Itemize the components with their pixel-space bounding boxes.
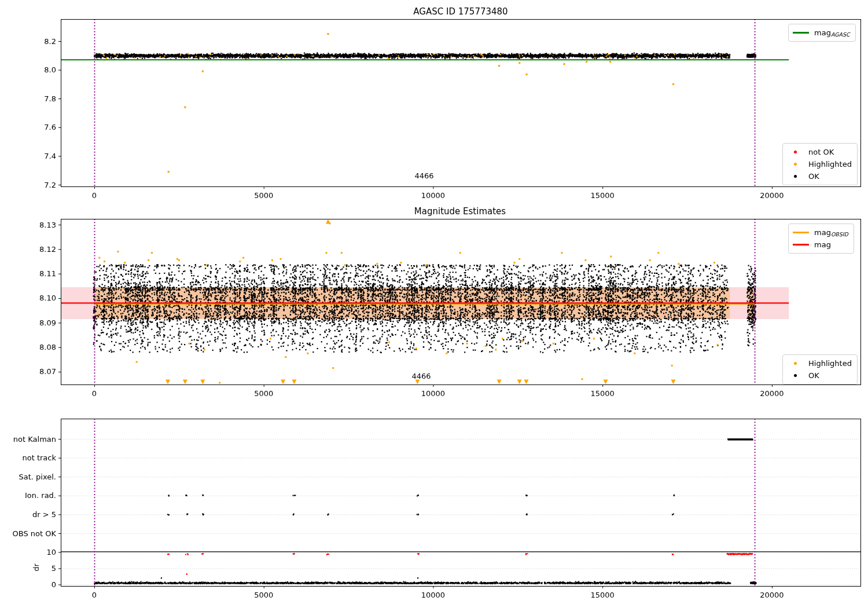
- legend-row: not OK: [787, 146, 852, 158]
- plot3-flag-label: dr > 5: [32, 511, 56, 518]
- plot2-x-tick-label: 0: [92, 390, 97, 397]
- plot3-dr-tick-label: 10: [46, 548, 56, 556]
- legend-label: OK: [808, 172, 819, 181]
- legend-row: Highlighted: [787, 357, 852, 369]
- plot1-x-tick-label: 5000: [254, 192, 273, 199]
- orange-dot-swatch: [787, 362, 803, 365]
- plot2-x-tick-label: 20000: [760, 390, 784, 397]
- plot1-y-tick-label: 7.8: [44, 95, 56, 102]
- plot3-dr-tick-label: 0: [52, 581, 56, 588]
- plot3-ylabel-dr: dr: [32, 563, 40, 572]
- plot1-y-tick-label: 8.2: [44, 38, 56, 45]
- plot2-y-tick-label: 8.12: [39, 246, 56, 253]
- legend-row: Highlighted: [787, 158, 852, 170]
- legend-mag-agasc: magAGASC: [788, 24, 856, 42]
- figure-canvas: [0, 0, 868, 608]
- legend-row: OK: [787, 369, 852, 382]
- orange-line-swatch: [793, 232, 809, 233]
- orange-dot-swatch: [787, 163, 803, 166]
- plot3-x-tick-label: 0: [92, 591, 97, 599]
- green-line-swatch: [793, 32, 809, 34]
- plot2-y-tick-label: 8.07: [39, 368, 56, 375]
- plot3-flag-label: not Kalman: [13, 435, 56, 443]
- plot2-y-tick-label: 8.08: [39, 343, 56, 351]
- plot3-flag-label: Ion. rad.: [25, 492, 56, 499]
- legend-plot2-markers: Highlighted OK: [782, 354, 858, 384]
- black-dot-swatch: [787, 374, 803, 377]
- legend-label: Highlighted: [808, 359, 852, 368]
- plot1-x-tick-label: 20000: [760, 192, 784, 199]
- legend-row: OK: [787, 170, 852, 182]
- plot1-x-tick-label: 0: [92, 192, 97, 199]
- plot1-x-tick-label: 15000: [590, 192, 614, 199]
- plot3-dr-tick-label: 5: [52, 565, 56, 572]
- red-line-swatch: [793, 244, 809, 246]
- plot3-x-tick-label: 10000: [421, 591, 445, 599]
- plot2-x-tick-label: 15000: [590, 390, 614, 397]
- plot3-x-tick-label: 5000: [254, 591, 273, 599]
- plot1-x-tick-label: 10000: [421, 192, 445, 199]
- plot3-x-tick-label: 15000: [590, 591, 614, 599]
- plot2-title: Magnitude Estimates: [414, 207, 506, 216]
- plot1-y-tick-label: 7.4: [44, 152, 56, 160]
- plot2-x-tick-label: 10000: [421, 390, 445, 397]
- legend-row: magAGASC: [793, 27, 850, 39]
- legend-label: magAGASC: [814, 28, 850, 38]
- plot2-x-tick-label: 5000: [254, 390, 273, 397]
- legend-label: magOBSID: [814, 228, 848, 237]
- legend-label: mag: [814, 240, 831, 250]
- plot3-flag-label: OBS not OK: [13, 530, 57, 537]
- plot3-flag-label: Sat. pixel.: [19, 473, 56, 481]
- plot2-y-tick-label: 8.11: [39, 270, 56, 277]
- plot2-y-tick-label: 8.13: [39, 221, 56, 229]
- plot1-y-tick-label: 8.0: [44, 66, 56, 74]
- figure: AGASC ID 175773480 Magnitude Estimates 4…: [0, 0, 868, 608]
- plot1-title: AGASC ID 175773480: [413, 8, 507, 16]
- plot1-y-tick-label: 7.6: [44, 123, 56, 131]
- legend-mag-lines: magOBSID mag: [788, 224, 854, 254]
- plot2-y-tick-label: 8.09: [39, 319, 56, 327]
- legend-label: Highlighted: [808, 160, 852, 169]
- red-dot-swatch: [787, 151, 803, 153]
- plot3-x-tick-label: 20000: [760, 591, 784, 599]
- plot2-y-tick-label: 8.10: [39, 294, 56, 302]
- plot1-annotation: 4466: [414, 172, 433, 180]
- legend-label: not OK: [808, 148, 834, 156]
- legend-label: OK: [808, 371, 819, 380]
- black-dot-swatch: [787, 175, 803, 178]
- legend-row: mag: [793, 239, 848, 251]
- legend-plot1-markers: not OK Highlighted OK: [782, 143, 858, 185]
- plot3-flag-label: not track: [22, 454, 56, 462]
- plot2-annotation: 4466: [411, 372, 431, 380]
- legend-row: magOBSID: [793, 226, 848, 239]
- plot1-y-tick-label: 7.2: [44, 181, 56, 189]
